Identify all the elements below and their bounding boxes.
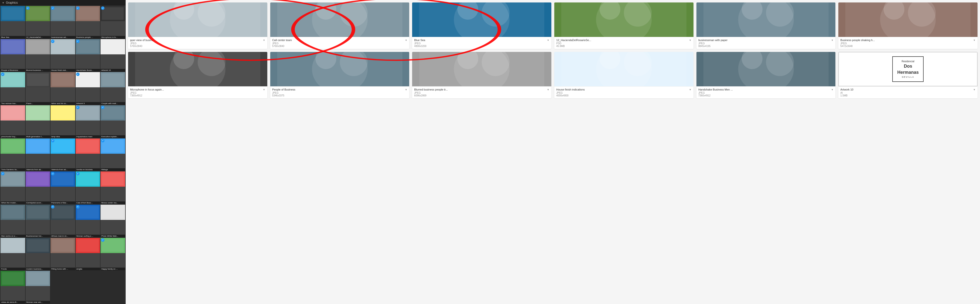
thumb-item[interactable]: ✓Cala d'Hort Beac... xyxy=(76,171,100,204)
dropdown-arrow-icon[interactable]: ▼ xyxy=(689,88,692,91)
thumb-item[interactable]: Photo White Matt... xyxy=(100,205,125,238)
asset-meta: JPEG5346x3375 xyxy=(272,92,407,97)
thumb-item[interactable]: ✓Two woman trav... xyxy=(0,72,25,105)
thumb-item[interactable]: Multi-generation f... xyxy=(25,105,50,138)
asset-type: JPEG xyxy=(130,92,137,94)
asset-name: People of Business▼ xyxy=(272,88,407,91)
thumb-item[interactable]: ✓Artwork 9 xyxy=(76,72,100,105)
thumb-item[interactable]: ✓Executive explain... xyxy=(100,105,125,138)
asset-thumbnail xyxy=(554,2,694,37)
thumb-item[interactable]: ✓Microphone in fo... xyxy=(100,6,125,39)
dropdown-arrow-icon[interactable]: ▼ xyxy=(405,39,407,41)
dropdown-arrow-icon[interactable]: ▼ xyxy=(547,39,549,41)
left-panel: ▼ Graphics Blue Sea ✓12_HaciendaDel... ✓… xyxy=(0,0,126,304)
asset-thumbnail xyxy=(128,2,267,37)
thumb-item[interactable]: ✓Happy family on ... xyxy=(100,238,125,271)
svg-rect-35 xyxy=(52,107,74,119)
thumb-item[interactable]: Businessman hol... xyxy=(25,205,50,238)
thumb-item[interactable]: ✓House finish indi... xyxy=(51,39,75,72)
asset-info: pper view of busine...▼JPEG5760x3840 xyxy=(128,37,267,49)
thumb-item[interactable]: ✓businessman wit... xyxy=(51,6,75,39)
thumb-item[interactable]: vistas de sierra B... xyxy=(0,271,25,304)
check-badge: ✓ xyxy=(76,205,80,209)
asset-card[interactable]: Handshake Business Men ...▼JPEG7360x4912 xyxy=(697,52,836,98)
asset-card[interactable]: pper view of busine...▼JPEG5760x3840 xyxy=(128,2,267,49)
svg-rect-15 xyxy=(52,40,74,53)
asset-card[interactable]: House finish indications▼JPEG4000x4000 xyxy=(554,52,694,98)
thumb-label: Turia Gardens Va... xyxy=(0,168,25,171)
thumb-item[interactable]: Man works on a ... xyxy=(0,205,25,238)
thumb-item[interactable]: Blurred business ... xyxy=(25,39,50,72)
thumb-item[interactable]: Turia Gardens Va... xyxy=(0,138,25,171)
thumb-item[interactable]: fitness center rea... xyxy=(100,171,125,204)
asset-card[interactable]: People of Business▼JPEG5346x3375 xyxy=(270,52,409,98)
thumb-label: Photo White Matt... xyxy=(100,234,125,238)
asset-thumbnail xyxy=(270,52,409,86)
thumb-item[interactable]: Filling home with ... xyxy=(51,238,75,271)
asset-info: businessman with paper▼JPEG8845x4195 xyxy=(697,37,836,49)
asset-meta: PSD45.9MB xyxy=(556,42,692,48)
panel-title: Graphics xyxy=(6,1,18,5)
thumb-item[interactable]: Sevilla en bicicleta xyxy=(76,138,100,171)
thumb-item[interactable]: People of Business xyxy=(0,39,25,72)
thumb-item[interactable]: ✓Valencia from ab... xyxy=(51,138,75,171)
svg-rect-23 xyxy=(27,74,49,86)
thumb-item[interactable]: Piano... xyxy=(25,72,50,105)
thumb-item[interactable]: Fondo xyxy=(0,238,25,271)
thumb-item[interactable]: Valencia from ab... xyxy=(25,138,50,171)
thumb-item[interactable]: ✓Handshake Busin... xyxy=(76,39,100,72)
svg-rect-69 xyxy=(102,206,124,218)
svg-rect-37 xyxy=(77,107,99,119)
dropdown-arrow-icon[interactable]: ▼ xyxy=(689,39,692,41)
asset-card[interactable]: Call center team▼JPEG5760x3840 xyxy=(270,2,409,49)
asset-card[interactable]: 12_HaciendaDelRosarioSe...▼PSD45.9MB xyxy=(554,2,694,49)
asset-meta: JPEG5472x3648 xyxy=(840,42,975,48)
thumb-item[interactable]: modern business... xyxy=(25,238,50,271)
dropdown-arrow-icon[interactable]: ▼ xyxy=(831,88,834,91)
thumb-label: Centripetal accel... xyxy=(25,201,50,204)
check-badge: ✓ xyxy=(51,40,54,43)
svg-rect-21 xyxy=(2,74,24,86)
asset-card[interactable]: Microphone in focus again...▼JPEG7360x49… xyxy=(128,52,267,98)
thumb-item[interactable]: Blue Sea xyxy=(0,6,25,39)
thumb-item[interactable]: ✓When the moder... xyxy=(0,171,25,204)
thumb-item[interactable]: ✓12_HaciendaDel... xyxy=(25,6,50,39)
asset-card[interactable]: Blurred business people tr...▼JPEG6096x2… xyxy=(412,52,551,98)
thumb-item[interactable]: ✓Woman surfing a ... xyxy=(76,205,100,238)
asset-card[interactable]: Blue Sea▼JPEG4800x3200 xyxy=(412,2,551,49)
thumb-item[interactable]: ✓Panorama of Bar... xyxy=(51,171,75,204)
thumb-item[interactable]: Centripetal accel... xyxy=(25,171,50,204)
thumb-item[interactable]: siviglia xyxy=(76,238,100,271)
dropdown-arrow-icon[interactable]: ▼ xyxy=(405,88,407,91)
asset-card[interactable]: Residencial Dos Hermanas SEVILLA Artwork… xyxy=(838,52,978,98)
thumb-label: Business people ... xyxy=(76,36,100,39)
thumb-item[interactable]: Couple with realt... xyxy=(100,72,125,105)
dropdown-arrow-icon[interactable]: ▼ xyxy=(263,39,265,41)
thumb-item[interactable]: preschooler boy... xyxy=(0,105,25,138)
thumb-item[interactable]: ✓Málaga xyxy=(100,138,125,171)
thumbnail-grid: Blue Sea ✓12_HaciendaDel... ✓businessman… xyxy=(0,5,126,304)
dropdown-arrow-icon[interactable]: ▼ xyxy=(973,88,975,91)
thumb-item[interactable]: father and his so... xyxy=(51,72,75,105)
asset-card[interactable]: businessman with paper▼JPEG8845x4195 xyxy=(697,2,836,49)
asset-type: JPEG xyxy=(414,42,420,45)
dropdown-arrow-icon[interactable]: ▼ xyxy=(263,88,265,91)
thumb-label: Handshake Busin... xyxy=(76,69,100,71)
dropdown-arrow-icon[interactable]: ▼ xyxy=(831,39,834,41)
thumb-label: businessman wit... xyxy=(51,36,75,39)
thumb-item[interactable]: ✓African man in vir... xyxy=(51,205,75,238)
thumb-item[interactable]: Woman near win... xyxy=(25,271,50,304)
dropdown-arrow-icon[interactable]: ▼ xyxy=(973,39,975,41)
thumb-item[interactable]: Artwork 10 xyxy=(100,39,125,72)
thumb-item[interactable]: ✓Inquadratura mani xyxy=(76,105,100,138)
asset-card[interactable]: Business people shaking h...▼JPEG5472x36… xyxy=(838,2,978,49)
asset-dims: 4000x4000 xyxy=(556,94,569,97)
asset-info: House finish indications▼JPEG4000x4000 xyxy=(554,86,694,98)
thumb-label: fitness center rea... xyxy=(100,201,125,204)
thumb-item[interactable]: lamp idea xyxy=(51,105,75,138)
thumb-label: vistas de sierra B... xyxy=(0,301,25,304)
thumb-item[interactable]: ✓Business people ... xyxy=(76,6,100,39)
svg-rect-67 xyxy=(77,206,99,218)
dropdown-arrow-icon[interactable]: ▼ xyxy=(547,88,549,91)
svg-rect-41 xyxy=(2,140,24,152)
